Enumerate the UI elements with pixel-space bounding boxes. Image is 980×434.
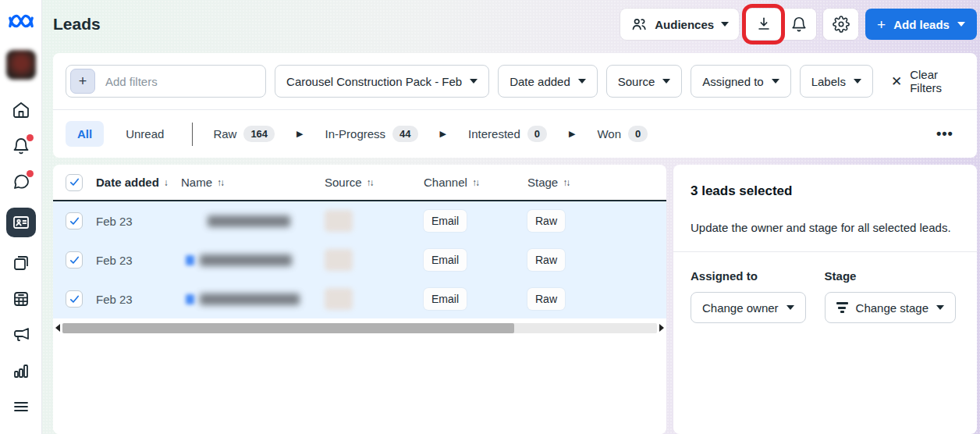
clear-filters-button[interactable]: ✕ Clear Filters [891,68,964,94]
notifications-button[interactable] [781,9,816,40]
add-filters-input[interactable]: + Add filters [66,65,266,98]
sidebar-item-planner[interactable] [11,289,31,309]
bell-icon [790,16,808,33]
sort-icon: ↑↓ [563,177,569,188]
sidebar-item-messages[interactable] [11,172,31,192]
people-icon [630,16,648,33]
export-leads-button[interactable] [746,9,781,40]
cell-source-redacted [325,210,424,232]
gear-icon [833,16,850,33]
chevron-down-icon [854,79,861,84]
select-all-checkbox[interactable] [66,174,83,191]
column-header-date-added[interactable]: Date added ↓ [96,176,181,189]
tab-in-progress-label: In-Progress [325,127,386,141]
tab-raw[interactable]: Raw 164 [208,126,279,142]
scroll-left-arrow[interactable] [55,324,60,332]
source-filter-dropdown[interactable]: Source [606,65,683,98]
business-avatar[interactable] [6,50,36,80]
add-filter-plus-button[interactable]: + [70,69,95,94]
content-row: Date added ↓ Name ↑↓ Source ↑↓ Channel ↑… [53,165,977,434]
column-header-channel[interactable]: Channel ↑↓ [424,176,527,189]
scrollbar-thumb[interactable] [62,323,514,333]
labels-filter-dropdown[interactable]: Labels [800,65,873,98]
sidebar-item-all-tools[interactable] [11,397,31,417]
chevron-down-icon [786,305,794,310]
source-filter-label: Source [618,75,655,88]
row-checkbox[interactable] [66,251,83,269]
pages-icon [12,254,30,272]
change-stage-dropdown[interactable]: Change stage [825,292,956,323]
tab-won-label: Won [597,127,621,141]
cell-name-redacted [181,215,325,227]
tab-raw-label: Raw [213,127,236,141]
tabs-overflow-menu[interactable]: ••• [936,126,964,142]
panel-divider [673,251,977,252]
column-header-source[interactable]: Source ↑↓ [325,176,424,189]
sidebar-nav [6,100,36,417]
scroll-right-arrow[interactable] [659,324,664,332]
tab-interested[interactable]: Interested 0 [463,126,552,142]
assigned-to-label: Assigned to [691,269,806,283]
sidebar-item-ads[interactable] [11,325,31,345]
tab-won-count: 0 [628,126,648,142]
cell-channel: Email [424,249,527,271]
table-row[interactable]: Feb 23 Email Raw [53,201,666,240]
change-owner-dropdown[interactable]: Change owner [691,292,806,323]
add-filters-placeholder: Add filters [105,75,158,88]
chevron-down-icon [772,79,779,84]
labels-filter-label: Labels [811,75,846,88]
channel-header-label: Channel [424,176,467,189]
menu-icon [12,397,30,416]
date-added-header-label: Date added [96,176,159,189]
tabs-divider [192,123,193,146]
utility-button-group [746,9,816,40]
bulk-edit-panel: 3 leads selected Update the owner and st… [673,165,977,434]
check-icon [69,176,80,188]
audiences-label: Audiences [655,18,714,31]
tab-all[interactable]: All [66,121,104,147]
funnel-stage-icon [836,302,848,313]
date-added-filter-dropdown[interactable]: Date added [498,65,598,98]
chevron-down-icon [936,305,944,310]
sidebar-item-home[interactable] [11,100,31,120]
selected-count-title: 3 leads selected [691,183,960,199]
sort-icon: ↑↓ [367,177,373,188]
settings-button[interactable] [823,9,858,40]
assigned-to-filter-dropdown[interactable]: Assigned to [691,65,790,98]
change-owner-label: Change owner [702,301,779,315]
tab-won[interactable]: Won 0 [592,126,652,142]
table-row[interactable]: Feb 23 Email Raw [53,279,666,318]
row-checkbox[interactable] [66,212,83,229]
add-leads-button[interactable]: + Add leads [865,9,977,40]
add-leads-label: Add leads [893,18,950,31]
column-header-name[interactable]: Name ↑↓ [181,176,325,189]
plus-icon: + [877,17,886,32]
check-icon [69,254,80,266]
home-icon [12,101,30,119]
row-checkbox[interactable] [66,290,83,308]
chevron-down-icon [957,22,965,27]
form-selector-dropdown[interactable]: Carousel Construction Pack - Feb [275,65,489,98]
assigned-to-filter-label: Assigned to [702,75,763,88]
table-row[interactable]: Feb 23 Email Raw [53,240,666,279]
tab-in-progress[interactable]: In-Progress 44 [321,126,423,142]
megaphone-icon [12,326,30,344]
horizontal-scrollbar [53,322,666,333]
check-icon [69,215,80,227]
sidebar-item-leads[interactable] [6,208,36,237]
sidebar-item-insights[interactable] [11,361,31,381]
meta-logo-icon[interactable] [8,8,34,34]
bar-chart-icon [12,361,30,380]
check-icon [69,293,80,305]
tab-raw-count: 164 [243,126,275,142]
cell-name-redacted [181,254,325,266]
change-stage-label: Change stage [856,301,929,315]
scrollbar-track[interactable] [62,323,657,333]
sidebar-item-notifications[interactable] [11,136,31,156]
settings-button-group [823,9,858,40]
tab-unread[interactable]: Unread [113,121,176,147]
cell-stage: Raw [527,249,666,271]
sidebar-item-pages[interactable] [11,253,31,273]
audiences-button[interactable]: Audiences [620,9,739,40]
column-header-stage[interactable]: Stage ↑↓ [527,176,666,189]
